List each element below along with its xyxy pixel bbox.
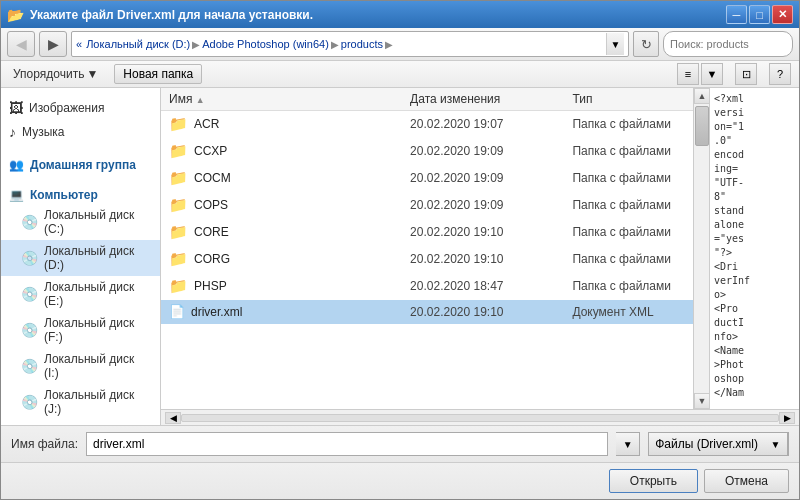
col-date[interactable]: Дата изменения: [402, 88, 564, 110]
help-button[interactable]: ?: [769, 63, 791, 85]
file-name-cell: 📁 CORE: [161, 221, 402, 243]
table-row-selected[interactable]: 📄 driver.xml 20.02.2020 19:10 Документ X…: [161, 300, 693, 324]
sidebar-label-drive-e: Локальный диск (E:): [44, 280, 152, 308]
drive-i-icon: 💿: [21, 358, 38, 374]
music-icon: ♪: [9, 124, 16, 140]
filename-dropdown-button[interactable]: ▼: [616, 432, 640, 456]
open-button[interactable]: Открыть: [609, 469, 698, 493]
organize-label: Упорядочить: [13, 67, 84, 81]
file-date-cell: 20.02.2020 18:47: [402, 277, 564, 295]
file-area: Имя ▲ Дата изменения Тип: [161, 88, 799, 425]
sidebar-item-drive-f[interactable]: 💿 Локальный диск (F:): [1, 312, 160, 348]
file-name: COPS: [194, 198, 228, 212]
file-type-cell: Папка с файлами: [564, 277, 693, 295]
sidebar-item-drive-c[interactable]: 💿 Локальный диск (C:): [1, 204, 160, 240]
sidebar-item-drive-d[interactable]: 💿 Локальный диск (D:): [1, 240, 160, 276]
new-folder-button[interactable]: Новая папка: [114, 64, 202, 84]
file-name-cell: 📄 driver.xml: [161, 302, 402, 321]
sidebar-item-images[interactable]: 🖼 Изображения: [1, 96, 160, 120]
sidebar-group-homegroup[interactable]: 👥 Домашняя группа: [1, 152, 160, 174]
address-bar: « Локальный диск (D:) ▶ Adobe Photoshop …: [71, 31, 629, 57]
file-date-cell: 20.02.2020 19:07: [402, 115, 564, 133]
maximize-button[interactable]: □: [749, 5, 770, 24]
address-dropdown-button[interactable]: ▼: [606, 33, 624, 55]
breadcrumb: « Локальный диск (D:) ▶ Adobe Photoshop …: [76, 38, 602, 50]
sidebar-item-drive-i[interactable]: 💿 Локальный диск (I:): [1, 348, 160, 384]
drive-d-icon: 💿: [21, 250, 38, 266]
organize-menu[interactable]: Упорядочить ▼: [9, 65, 102, 83]
computer-label: Компьютер: [30, 188, 98, 202]
file-date-cell: 20.02.2020 19:09: [402, 169, 564, 187]
sidebar-label-images: Изображения: [29, 101, 104, 115]
folder-icon: 📁: [169, 142, 188, 160]
back-button[interactable]: ◀: [7, 31, 35, 57]
table-row[interactable]: 📁 CCXP 20.02.2020 19:09 Папка с файлами: [161, 138, 693, 165]
forward-button[interactable]: ▶: [39, 31, 67, 57]
sidebar-item-drive-j[interactable]: 💿 Локальный диск (J:): [1, 384, 160, 420]
view-list-button[interactable]: ≡: [677, 63, 699, 85]
folder-icon: 📁: [169, 169, 188, 187]
file-name-cell: 📁 COPS: [161, 194, 402, 216]
filename-input[interactable]: [86, 432, 608, 456]
table-row[interactable]: 📁 ACR 20.02.2020 19:07 Папка с файлами: [161, 111, 693, 138]
panel-button[interactable]: ⊡: [735, 63, 757, 85]
file-date-cell: 20.02.2020 19:10: [402, 223, 564, 241]
scroll-right-button[interactable]: ▶: [779, 412, 795, 424]
file-name: COCM: [194, 171, 231, 185]
table-row[interactable]: 📁 PHSP 20.02.2020 18:47 Папка с файлами: [161, 273, 693, 300]
cancel-button[interactable]: Отмена: [704, 469, 789, 493]
file-name: PHSP: [194, 279, 227, 293]
filename-label: Имя файла:: [11, 437, 78, 451]
folder-icon: 📁: [169, 277, 188, 295]
refresh-button[interactable]: ↻: [633, 31, 659, 57]
file-name-cell: 📁 PHSP: [161, 275, 402, 297]
scroll-left-button[interactable]: ◀: [165, 412, 181, 424]
breadcrumb-sep-3: ▶: [331, 39, 339, 50]
minimize-button[interactable]: ─: [726, 5, 747, 24]
file-type-cell: Папка с файлами: [564, 169, 693, 187]
file-name: ACR: [194, 117, 219, 131]
file-name: CORE: [194, 225, 229, 239]
file-date-cell: 20.02.2020 19:10: [402, 303, 564, 321]
sidebar: 🖼 Изображения ♪ Музыка 👥 Домашняя группа…: [1, 88, 161, 425]
file-date-cell: 20.02.2020 19:09: [402, 196, 564, 214]
filetype-dropdown-button[interactable]: ▼: [764, 432, 788, 456]
drive-c-icon: 💿: [21, 214, 38, 230]
breadcrumb-back[interactable]: «: [76, 38, 82, 50]
file-header: Имя ▲ Дата изменения Тип: [161, 88, 693, 111]
file-type-cell: Папка с файлами: [564, 250, 693, 268]
breadcrumb-drive[interactable]: Локальный диск (D:): [86, 38, 190, 50]
help-icon: ?: [777, 68, 783, 80]
view-details-dropdown[interactable]: ▼: [701, 63, 723, 85]
file-name: driver.xml: [191, 305, 242, 319]
sidebar-item-drive-e[interactable]: 💿 Локальный диск (E:): [1, 276, 160, 312]
close-button[interactable]: ✕: [772, 5, 793, 24]
sidebar-group-computer[interactable]: 💻 Компьютер: [1, 182, 160, 204]
table-row[interactable]: 📁 CORG 20.02.2020 19:10 Папка с файлами: [161, 246, 693, 273]
search-input[interactable]: [670, 38, 793, 50]
col-type[interactable]: Тип: [564, 88, 693, 110]
computer-icon: 💻: [9, 188, 24, 202]
file-name: CORG: [194, 252, 230, 266]
scroll-thumb[interactable]: [695, 106, 709, 146]
scroll-up-button[interactable]: ▲: [694, 88, 710, 104]
table-row[interactable]: 📁 COPS 20.02.2020 19:09 Папка с файлами: [161, 192, 693, 219]
folder-icon: 📁: [169, 115, 188, 133]
file-name: CCXP: [194, 144, 227, 158]
file-name-cell: 📁 ACR: [161, 113, 402, 135]
table-row[interactable]: 📁 COCM 20.02.2020 19:09 Папка с файлами: [161, 165, 693, 192]
drive-j-icon: 💿: [21, 394, 38, 410]
scroll-down-button[interactable]: ▼: [694, 393, 710, 409]
file-name-cell: 📁 COCM: [161, 167, 402, 189]
h-scroll-track[interactable]: [181, 414, 779, 422]
table-row[interactable]: 📁 CORE 20.02.2020 19:10 Папка с файлами: [161, 219, 693, 246]
title-bar: 📂 Укажите файл Driver.xml для начала уст…: [1, 1, 799, 28]
navigation-toolbar: ◀ ▶ « Локальный диск (D:) ▶ Adobe Photos…: [1, 28, 799, 61]
sidebar-item-music[interactable]: ♪ Музыка: [1, 120, 160, 144]
filetype-container: Файлы (Driver.xml) ▼: [648, 432, 789, 456]
breadcrumb-photoshop[interactable]: Adobe Photoshop (win64): [202, 38, 329, 50]
breadcrumb-products[interactable]: products: [341, 38, 383, 50]
breadcrumb-sep-4: ▶: [385, 39, 393, 50]
main-window: 📂 Укажите файл Driver.xml для начала уст…: [0, 0, 800, 500]
col-name[interactable]: Имя ▲: [161, 88, 402, 110]
